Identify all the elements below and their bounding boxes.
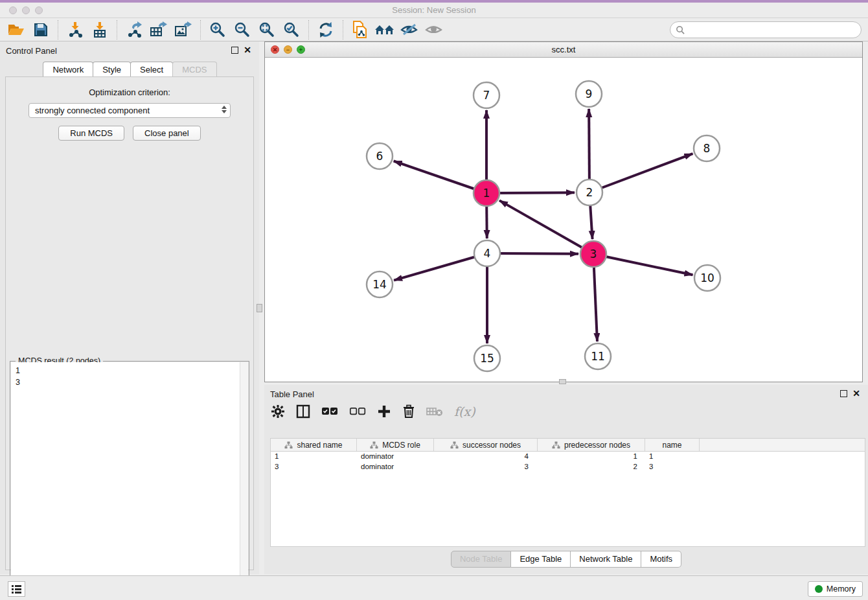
delete-column-button[interactable] [402, 404, 415, 419]
session-title: Session: New Session [0, 5, 868, 15]
zoom-fit-button[interactable] [255, 19, 279, 40]
table-cell: 3 [434, 462, 538, 472]
deselect-all-button[interactable] [349, 407, 366, 416]
tab-mcds[interactable]: MCDS [172, 62, 216, 78]
application-window: Session: New Session [0, 0, 868, 600]
import-network-icon [67, 21, 84, 38]
table-settings-button[interactable] [271, 404, 285, 419]
tab-style[interactable]: Style [93, 62, 131, 78]
function-builder-button[interactable]: f(x) [454, 404, 475, 419]
criterion-select[interactable]: strongly connected component [29, 103, 231, 118]
graph-node-label: 15 [480, 352, 494, 365]
attribute-tree-icon [450, 441, 459, 449]
graph-node-label: 2 [586, 186, 593, 199]
graph-edge-1-6[interactable] [394, 161, 486, 193]
graph-node-label: 10 [700, 271, 714, 284]
search-input[interactable] [685, 25, 847, 35]
tab-edge-table[interactable]: Edge Table [511, 551, 571, 568]
column-label: shared name [297, 441, 342, 450]
mcds-panel: Optimization criterion: strongly connect… [5, 76, 254, 570]
graph-node-label: 14 [372, 278, 387, 291]
graph-edge-4-14[interactable] [394, 253, 487, 281]
tab-network-table[interactable]: Network Table [571, 551, 641, 568]
eye-button[interactable] [422, 19, 446, 40]
graph-node-label: 8 [703, 142, 711, 155]
clone-network-button[interactable] [348, 19, 372, 40]
column-header-successor-nodes[interactable]: successor nodes [434, 439, 538, 451]
zoom-out-button[interactable] [230, 19, 255, 40]
select-all-button[interactable] [321, 407, 338, 416]
add-column-button[interactable] [377, 404, 391, 419]
close-panel-button[interactable]: Close panel [133, 126, 201, 141]
zoom-in-icon [209, 21, 226, 38]
tab-network[interactable]: Network [43, 62, 93, 78]
column-label: MCDS role [382, 441, 420, 450]
column-label: successor nodes [463, 441, 521, 450]
float-panel-icon[interactable] [840, 390, 847, 397]
column-header-mcds-role[interactable]: MCDS role [357, 439, 434, 451]
network-canvas[interactable]: 1234678910111415 [265, 58, 862, 382]
toolbar-separator [58, 20, 58, 40]
control-panel: Control Panel ✕ Network Style Select MCD… [0, 41, 259, 574]
table-cell: 1 [645, 452, 700, 462]
export-network-button[interactable] [122, 19, 146, 40]
delete-table-button[interactable] [426, 406, 443, 417]
toolbar-separator [117, 20, 117, 40]
export-network-icon [126, 21, 143, 38]
graph-edge-2-8[interactable] [589, 154, 692, 192]
zoom-in-button[interactable] [205, 19, 230, 40]
float-panel-icon[interactable] [231, 47, 238, 54]
network-window-titlebar[interactable]: ✕ − + scc.txt [265, 42, 862, 58]
column-view-icon [296, 404, 310, 419]
zoom-selected-button[interactable] [279, 19, 304, 40]
graph-node-label: 3 [590, 248, 597, 260]
open-session-button[interactable] [4, 19, 29, 40]
table-tabs: Node Table Edge Table Network Table Moti… [264, 551, 868, 568]
home-button[interactable] [372, 19, 397, 40]
refresh-layout-button[interactable] [314, 19, 338, 40]
import-table-button[interactable] [87, 19, 112, 40]
control-panel-tabs: Network Style Select MCDS [0, 62, 259, 78]
graph-node-label: 6 [376, 150, 383, 163]
control-panel-title: Control Panel [6, 46, 57, 56]
clone-network-icon [352, 21, 369, 39]
table-cell: 3 [271, 462, 357, 472]
graph-edge-3-1[interactable] [499, 200, 593, 254]
task-history-button[interactable] [8, 581, 25, 597]
network-graph[interactable]: 1234678910111415 [265, 58, 862, 382]
column-header-predecessor-nodes[interactable]: predecessor nodes [538, 439, 645, 451]
table-row[interactable]: 1dominator411 [271, 452, 865, 462]
show-hide-details-button[interactable] [397, 19, 422, 40]
search-box[interactable] [670, 21, 862, 38]
horizontal-splitter-grip[interactable] [559, 379, 566, 384]
control-panel-header: Control Panel ✕ [0, 41, 259, 61]
graph-edge-3-10[interactable] [593, 254, 692, 275]
run-mcds-button[interactable]: Run MCDS [58, 126, 124, 141]
tab-motifs[interactable]: Motifs [641, 551, 681, 568]
import-network-button[interactable] [63, 19, 87, 40]
tab-node-table[interactable]: Node Table [451, 551, 512, 568]
vertical-splitter-grip[interactable] [257, 304, 262, 312]
save-session-button[interactable] [29, 19, 53, 40]
memory-status-dot-icon [815, 585, 823, 593]
list-icon [11, 584, 22, 594]
settings-gear-icon [271, 404, 285, 419]
zoom-out-icon [234, 21, 251, 38]
close-panel-icon[interactable]: ✕ [852, 388, 860, 398]
toolbar-separator [343, 20, 343, 40]
tab-select[interactable]: Select [130, 62, 173, 78]
column-header-shared-name[interactable]: shared name [271, 439, 357, 451]
network-view-window: ✕ − + scc.txt 1234678910111415 [264, 41, 863, 382]
export-table-button[interactable] [146, 19, 171, 40]
show-hide-details-icon [400, 22, 418, 38]
column-header-name[interactable]: name [645, 439, 700, 451]
select-all-icon [321, 407, 338, 416]
select-stepper-icon [222, 106, 227, 113]
table-row[interactable]: 3dominator323 [271, 462, 865, 472]
result-scrollbar[interactable] [240, 362, 248, 600]
column-view-button[interactable] [296, 404, 310, 419]
close-panel-icon[interactable]: ✕ [244, 45, 251, 55]
memory-button[interactable]: Memory [808, 581, 863, 597]
export-image-button[interactable] [171, 19, 196, 40]
delete-table-icon [426, 406, 443, 417]
